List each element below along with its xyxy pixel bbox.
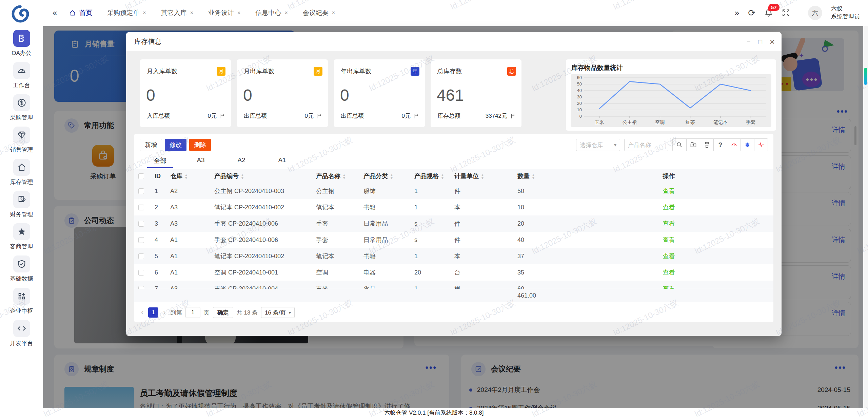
close-icon[interactable]: × [770,37,775,47]
row-checkbox[interactable] [138,237,144,243]
warehouse-tab-A3[interactable]: A3 [180,154,221,168]
help-icon[interactable]: ? [713,139,727,151]
sidebar-item-开发平台[interactable]: 开发平台 [0,320,43,352]
column-header-仓库[interactable]: 仓库▲▼ [166,169,210,183]
row-checkbox[interactable] [138,188,144,194]
stat-sub-label: 出库总额 [244,112,305,120]
tab-采购预定单[interactable]: 采购预定单× [101,6,152,20]
screen: OA办公工作台采购管理销售管理库存管理财务管理客商管理基础数据企业中枢开发平台 … [0,0,868,417]
column-header-产品名称[interactable]: 产品名称▲▼ [312,169,359,183]
search-icon[interactable] [673,139,686,151]
column-header-产品分类[interactable]: 产品分类▲▼ [359,169,410,183]
table-cell: 件 [450,183,513,199]
modal-header[interactable]: 库存信息 − □ × [126,32,782,51]
修改-button[interactable]: 修改 [165,139,186,151]
table-cell: 笔记本 CP-20240410-002 [210,248,312,264]
column-header-产品规格[interactable]: 产品规格▲▼ [410,169,450,183]
warehouse-select[interactable]: 选择仓库▾ [576,139,620,151]
page-size-select[interactable]: 16 条/页▾ [261,307,295,318]
export-icon[interactable] [686,139,700,151]
sidebar-item-库存管理[interactable]: 库存管理 [0,159,43,191]
warehouse-tab-全部[interactable]: 全部 [140,154,180,168]
sidebar-item-基础数据[interactable]: 基础数据 [0,255,43,288]
row-checkbox[interactable] [138,286,144,289]
finance-icon [13,191,30,208]
prev-page-icon[interactable]: ‹ [140,308,145,317]
user-info[interactable]: 六蚁 系统管理员 [831,5,860,21]
tab-其它入库[interactable]: 其它入库× [155,6,199,20]
notifications-button[interactable]: 57 [764,8,773,17]
view-link[interactable]: 查看 [663,236,675,243]
sidebar-item-客商管理[interactable]: 客商管理 [0,223,43,255]
sort-icon[interactable]: ▲▼ [241,173,244,179]
expand-tabs-icon[interactable]: » [735,8,739,18]
view-link[interactable]: 查看 [663,269,675,276]
total-count: 共 13 条 [237,309,258,317]
close-tab-icon[interactable]: × [190,10,193,16]
新增-button[interactable]: 新增 [140,139,162,151]
goto-page-input[interactable]: 1 [185,307,200,318]
sort-icon[interactable]: ▲▼ [532,173,535,179]
sidebar-item-销售管理[interactable]: 销售管理 [0,127,43,159]
warehouse-tab-A1[interactable]: A1 [262,154,302,168]
close-tab-icon[interactable]: × [143,10,146,16]
tab-信息中心[interactable]: 信息中心× [249,6,294,20]
view-link[interactable]: 查看 [663,204,675,211]
table-cell: 手套 CP-20240410-006 [210,232,312,248]
gauge-icon[interactable] [727,139,741,151]
sort-icon[interactable]: ▲▼ [184,173,188,179]
sidebar-item-采购管理[interactable]: 采购管理 [0,94,43,127]
svg-text:40: 40 [577,88,582,93]
tab-会议纪要[interactable]: 会议纪要× [297,6,341,20]
next-page-icon[interactable]: › [162,308,167,317]
row-checkbox[interactable] [138,205,144,210]
app-logo-icon[interactable] [12,5,29,23]
refresh-icon[interactable]: ⟳ [748,8,755,18]
column-header-数量[interactable]: 数量▲▼ [513,169,564,183]
table-cell: 40 [513,232,564,248]
fullscreen-icon[interactable] [782,9,790,17]
column-header-产品编号[interactable]: 产品编号▲▼ [210,169,312,183]
删除-button[interactable]: 删除 [189,139,211,151]
sort-icon[interactable]: ▲▼ [441,173,444,179]
warehouse-tab-A2[interactable]: A2 [221,154,262,168]
select-all-checkbox[interactable] [138,173,144,179]
view-link[interactable]: 查看 [663,253,675,260]
view-link[interactable]: 查看 [663,220,675,227]
page-scrollbar[interactable] [863,26,868,408]
close-tab-icon[interactable]: × [284,10,288,16]
print-icon[interactable] [700,139,713,151]
pulse-icon[interactable] [754,139,768,151]
sort-icon[interactable]: ▲▼ [481,173,484,179]
avatar[interactable]: 六 [808,6,822,20]
table-cell: s [410,232,450,248]
sidebar-item-OA办公[interactable]: OA办公 [0,30,43,62]
sidebar-item-财务管理[interactable]: 财务管理 [0,191,43,223]
table-cell: 日常用品 [359,232,410,248]
sort-icon[interactable]: ▲▼ [342,173,346,179]
sidebar-item-企业中枢[interactable]: 企业中枢 [0,288,43,320]
snowflake-icon[interactable]: ❄ [741,139,754,151]
sidebar-item-工作台[interactable]: 工作台 [0,62,43,94]
product-name-input[interactable]: 产品名称 [624,139,668,151]
table-cell: 服饰 [359,183,410,199]
close-tab-icon[interactable]: × [332,10,335,16]
view-link[interactable]: 查看 [663,285,675,289]
maximize-icon[interactable]: □ [758,38,762,46]
scrollbar-thumb[interactable] [864,68,867,85]
confirm-button[interactable]: 确定 [213,307,233,318]
current-page-button[interactable]: 1 [148,307,158,318]
collapse-tabs-icon[interactable]: « [53,8,57,18]
warehouse-tabs: 全部A3A2A1 [140,154,302,168]
sort-icon[interactable]: ▲▼ [390,173,393,179]
row-checkbox[interactable] [138,270,144,276]
tab-首页[interactable]: 首页 [63,6,98,20]
row-checkbox[interactable] [138,221,144,227]
view-link[interactable]: 查看 [663,188,675,194]
sidebar-item-label: OA办公 [0,49,43,57]
minimize-icon[interactable]: − [747,38,751,46]
tab-业务设计[interactable]: 业务设计× [202,6,246,20]
column-header-计量单位[interactable]: 计量单位▲▼ [450,169,513,183]
close-tab-icon[interactable]: × [237,10,240,16]
row-checkbox[interactable] [138,253,144,259]
